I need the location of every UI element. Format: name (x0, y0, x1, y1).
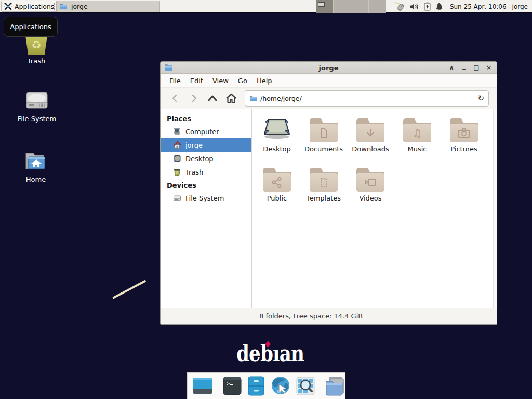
sidebar-item-label: jorge (185, 141, 203, 149)
path-folder-icon (249, 95, 257, 102)
top-panel: Applications jorge (0, 0, 532, 13)
share-emblem-icon (271, 176, 283, 189)
sidebar-item-desktop[interactable]: Desktop (161, 152, 251, 165)
folder-label: Documents (304, 145, 343, 153)
close-button[interactable]: × (485, 62, 493, 74)
minimize-button[interactable]: _ (460, 61, 468, 72)
folder-item-templates[interactable]: Templates (300, 163, 347, 212)
folder-item-public[interactable]: Public (254, 163, 300, 212)
folder-label: Desktop (263, 145, 291, 153)
folder-icon (310, 168, 338, 192)
terminal-launcher[interactable]: > (222, 375, 242, 397)
window-folder-icon (164, 63, 173, 73)
folder-item-videos[interactable]: Videos (347, 163, 394, 212)
reload-icon[interactable]: ↻ (477, 94, 484, 103)
sidebar: Places Computer (161, 109, 252, 308)
desktop-icon-home[interactable]: Home (17, 151, 55, 183)
sidebar-item-trash[interactable]: ♻ Trash (161, 165, 251, 179)
forward-button[interactable] (184, 90, 203, 106)
open-folder-icon (325, 376, 345, 396)
folder-item-desktop[interactable]: Desktop (254, 113, 300, 163)
workspace-3[interactable] (351, 0, 368, 13)
hard-drive-small-icon (173, 194, 181, 202)
applications-menu-button[interactable]: Applications (1, 1, 58, 12)
file-manager-launcher[interactable] (247, 375, 265, 397)
window-title: jorge (161, 64, 497, 72)
desktop: { "wallpaper": { "background_color": "#0… (0, 0, 532, 399)
panel-username[interactable]: jorge (512, 3, 528, 10)
back-button[interactable] (166, 90, 184, 106)
statusbar-text: 8 folders, Free space: 14.4 GiB (259, 312, 363, 320)
show-desktop-button[interactable] (192, 375, 213, 397)
menu-view[interactable]: View (208, 75, 233, 87)
workspace-pager[interactable] (316, 0, 386, 13)
up-button[interactable] (203, 90, 222, 106)
workspace-1[interactable] (316, 0, 333, 13)
folder-icon (310, 118, 338, 142)
terminal-icon: > (222, 376, 242, 396)
battery-icon[interactable] (424, 2, 431, 11)
globe-browser-icon (270, 376, 291, 396)
folder-label: Pictures (450, 145, 477, 153)
web-browser-launcher[interactable] (270, 375, 291, 397)
tooltip-text: Applications (10, 23, 51, 31)
window-controls: ∧ _ □ × (448, 62, 493, 74)
video-camera-emblem-icon (364, 177, 377, 188)
applications-icon (4, 2, 12, 10)
path-input[interactable]: /home/jorge/ (260, 95, 474, 102)
taskbar-window-label: jorge (71, 3, 88, 10)
volume-icon[interactable] (410, 3, 419, 11)
folder-item-pictures[interactable]: Pictures (441, 113, 487, 163)
desktop-icon-file-system[interactable]: File System (17, 90, 57, 123)
workspace-window-thumb (318, 2, 325, 7)
maximize-button[interactable]: □ (473, 62, 480, 74)
notifications-bell-icon[interactable] (435, 3, 443, 11)
camera-emblem-icon (457, 127, 471, 139)
menu-help[interactable]: Help (252, 75, 277, 87)
folder-label: Downloads (352, 145, 389, 153)
file-manager-window: jorge ∧ _ □ × File Edit View Go Help (160, 61, 497, 325)
path-bar[interactable]: /home/jorge/ ↻ (245, 90, 489, 107)
folder-label: Videos (359, 194, 381, 202)
folder-label: Templates (307, 194, 341, 202)
statusbar: 8 folders, Free space: 14.4 GiB (161, 308, 497, 324)
folder-item-music[interactable]: ♫ Music (394, 113, 441, 163)
folder-grid: Desktop Documents (254, 113, 487, 212)
music-emblem-icon: ♫ (413, 128, 422, 138)
app-finder-icon (296, 376, 315, 396)
document-emblem-icon (317, 127, 330, 139)
taskbar-folder-icon (60, 3, 68, 10)
workspace-4[interactable] (369, 0, 386, 13)
menu-edit[interactable]: Edit (185, 75, 208, 87)
desktop-icon-label: File System (17, 115, 57, 123)
folder-item-downloads[interactable]: Downloads (347, 113, 394, 163)
menu-go[interactable]: Go (233, 75, 252, 87)
folder-item-documents[interactable]: Documents (300, 113, 347, 163)
sidebar-item-computer[interactable]: Computer (161, 125, 251, 138)
vertical-scrollbar[interactable] (493, 109, 497, 308)
toolbar: /home/jorge/ ↻ (161, 88, 497, 109)
folder-view[interactable]: Desktop Documents (252, 109, 497, 308)
app-finder-launcher[interactable] (296, 375, 315, 397)
mouse-icon[interactable] (394, 2, 405, 11)
sidebar-item-jorge[interactable]: jorge (161, 138, 251, 152)
titlebar[interactable]: jorge ∧ _ □ × (161, 62, 497, 74)
shade-button[interactable]: ∧ (448, 62, 455, 74)
download-emblem-icon (364, 127, 377, 139)
svg-text:>: > (227, 381, 230, 387)
computer-icon (173, 127, 181, 136)
directory-menu-button[interactable] (325, 375, 345, 397)
show-desktop-icon (192, 376, 213, 396)
desktop-icon-label: Trash (19, 57, 54, 65)
desktop-icon-label: Home (17, 176, 55, 183)
home-button[interactable] (222, 90, 241, 106)
menu-file[interactable]: File (165, 75, 185, 87)
applications-tooltip: Applications (4, 17, 58, 37)
workspace-2[interactable] (334, 0, 351, 13)
folder-icon: ♫ (403, 118, 431, 142)
sidebar-item-file-system[interactable]: File System (161, 191, 251, 205)
panel-clock[interactable]: Sun 25 Apr, 10:06 (450, 3, 507, 10)
panel-handle[interactable] (53, 3, 55, 10)
taskbar-window-button[interactable]: jorge (56, 1, 160, 12)
sidebar-header-places: Places (161, 112, 251, 125)
